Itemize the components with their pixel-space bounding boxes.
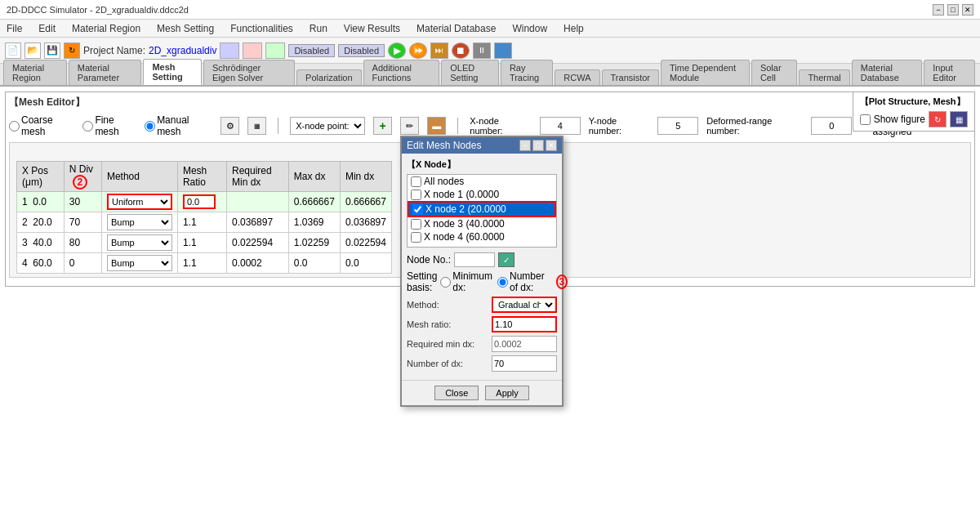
coarse-mesh-radio[interactable]: Coarse mesh xyxy=(9,114,76,137)
tab-solar-cell[interactable]: Solar Cell xyxy=(751,60,797,85)
menu-window[interactable]: Window xyxy=(509,22,550,35)
mesh-ratio-input[interactable] xyxy=(492,316,557,332)
maximize-button[interactable]: □ xyxy=(947,4,959,16)
dialog-maximize-btn[interactable]: □ xyxy=(532,140,544,151)
stop-btn[interactable]: ⏹ xyxy=(452,42,470,59)
num-dx-option[interactable]: Number of dx: xyxy=(497,270,548,293)
disabled-btn-1[interactable]: Disabled xyxy=(288,44,335,57)
refresh-icon[interactable]: ↻ xyxy=(64,42,80,59)
save-icon[interactable]: 💾 xyxy=(44,42,60,59)
node-checkbox-2[interactable] xyxy=(412,204,423,215)
min-dx-radio[interactable] xyxy=(440,277,451,288)
node-checkbox-3[interactable] xyxy=(411,219,421,230)
open-icon[interactable]: 📂 xyxy=(24,42,41,59)
num-dx-radio[interactable] xyxy=(497,277,508,288)
run-play-btn[interactable]: ▶ xyxy=(388,42,406,59)
node-item-4[interactable]: X node 4 (60.0000 xyxy=(408,230,556,243)
tab-additional[interactable]: Additional Functions xyxy=(363,60,440,85)
method-row: Method: Gradual change Uniform Bump xyxy=(407,297,557,313)
min-dx-option[interactable]: Minimum dx: xyxy=(440,270,492,293)
menu-view-results[interactable]: View Results xyxy=(341,22,403,35)
tab-oled[interactable]: OLED Setting xyxy=(441,60,499,85)
menu-help[interactable]: Help xyxy=(560,22,587,35)
delete-node-btn[interactable]: ▬ xyxy=(427,117,446,135)
dialog-close-btn[interactable]: ✕ xyxy=(546,140,557,151)
deformed-input[interactable] xyxy=(811,117,852,135)
title-bar: 2D-DDCC Simulator - 2D_xgradualdiv.ddcc2… xyxy=(0,0,980,20)
edit-node-btn[interactable]: ✏ xyxy=(400,117,419,135)
node-item-3[interactable]: X node 3 (40.0000 xyxy=(408,217,556,230)
node-item-2[interactable]: X node 2 (20.0000 xyxy=(408,201,556,217)
menu-mesh-setting[interactable]: Mesh Setting xyxy=(154,22,217,35)
disabled-btn-2[interactable]: Disabled xyxy=(338,44,385,57)
tab-input-editor[interactable]: Input Editor xyxy=(924,60,975,85)
menu-material-database[interactable]: Material Database xyxy=(413,22,499,35)
apply-button[interactable]: Apply xyxy=(485,386,529,400)
add-node-btn[interactable]: + xyxy=(373,117,392,135)
minimize-button[interactable]: − xyxy=(933,4,944,16)
cell-ndiv: 80 xyxy=(64,233,101,253)
manual-mesh-input[interactable] xyxy=(145,121,155,132)
node-checkbox-4[interactable] xyxy=(411,232,421,243)
tab-ray-tracing[interactable]: Ray Tracing xyxy=(501,60,553,85)
close-button[interactable]: Close xyxy=(434,386,479,400)
dialog-minimize-btn[interactable]: − xyxy=(519,140,531,151)
manual-mesh-radio[interactable]: Manual mesh xyxy=(145,114,212,137)
settings-mesh-btn[interactable]: ⚙ xyxy=(220,117,239,135)
run-fast-btn[interactable]: ⏩ xyxy=(409,42,427,59)
close-button[interactable]: ✕ xyxy=(962,4,973,16)
tab-material-parameter[interactable]: Material Parameter xyxy=(69,60,142,85)
settings-icon[interactable] xyxy=(243,42,262,59)
xnode-number-input[interactable] xyxy=(540,117,581,135)
tab-transistor[interactable]: Transistor xyxy=(602,69,660,85)
refresh-plot-btn[interactable]: ↻ xyxy=(929,111,947,127)
tab-thermal[interactable]: Thermal xyxy=(799,69,849,85)
menu-edit[interactable]: Edit xyxy=(35,22,59,35)
menu-file[interactable]: File xyxy=(3,22,25,35)
xnode-dropdown[interactable]: X-node point: xyxy=(290,117,365,135)
show-figure-checkbox[interactable] xyxy=(860,114,871,125)
fine-mesh-radio[interactable]: Fine mesh xyxy=(82,114,138,137)
tab-polarization[interactable]: Polarization xyxy=(296,69,361,85)
tab-mesh-setting[interactable]: Mesh Setting xyxy=(143,59,202,85)
menu-material-region[interactable]: Material Region xyxy=(69,22,144,35)
new-icon[interactable]: 📄 xyxy=(5,42,21,59)
num-dx-label: Number of dx: xyxy=(407,359,488,368)
cell-ndiv: 0 xyxy=(64,253,101,274)
menu-run[interactable]: Run xyxy=(306,22,331,35)
window-title: 2D-DDCC Simulator - 2D_xgradualdiv.ddcc2… xyxy=(7,5,189,15)
grid-plot-btn[interactable]: ▦ xyxy=(950,111,968,127)
method-select[interactable]: Gradual change Uniform Bump xyxy=(492,297,557,313)
min-dx-option-label: Minimum dx: xyxy=(452,270,492,293)
tab-material-region[interactable]: Material Region xyxy=(3,60,67,85)
node-check-btn[interactable]: ✓ xyxy=(498,252,514,267)
num-dx-input[interactable] xyxy=(492,355,557,372)
method-dropdown-1[interactable]: Uniform Bump Gradual change xyxy=(107,194,172,210)
method-dropdown-2[interactable]: Bump Uniform Gradual change xyxy=(107,214,172,230)
annotation-circle-2: 2 xyxy=(73,175,87,190)
req-min-dx-input[interactable] xyxy=(492,336,557,352)
tab-schrodinger[interactable]: Schrödinger Eigen Solver xyxy=(203,60,295,85)
coarse-mesh-input[interactable] xyxy=(9,121,20,132)
camera-icon[interactable] xyxy=(220,42,239,59)
node-checkbox-1[interactable] xyxy=(411,190,421,200)
ynode-number-input[interactable] xyxy=(657,117,698,135)
grid-mesh-btn[interactable]: ▦ xyxy=(247,117,266,135)
node-no-input[interactable] xyxy=(454,252,495,267)
grid-icon[interactable] xyxy=(265,42,285,59)
cell-maxdx: 1.0369 xyxy=(288,212,340,233)
tab-material-db[interactable]: Material Database xyxy=(852,60,923,85)
menu-functionalities[interactable]: Functionalities xyxy=(227,22,296,35)
pause-btn[interactable]: ⏸ xyxy=(473,42,491,59)
tab-time-dependent[interactable]: Time Dependent Module xyxy=(661,60,750,85)
node-checkbox-all[interactable] xyxy=(411,176,421,187)
fine-mesh-input[interactable] xyxy=(82,121,93,132)
method-dropdown-4[interactable]: Bump Uniform Gradual change xyxy=(107,255,172,271)
chart-icon[interactable] xyxy=(494,42,512,59)
tab-rcwa[interactable]: RCWA xyxy=(555,69,599,85)
method-dropdown-3[interactable]: Bump Uniform Gradual change xyxy=(107,234,172,251)
run-step-btn[interactable]: ⏭ xyxy=(430,42,448,59)
node-item-all[interactable]: All nodes xyxy=(408,175,556,188)
node-item-1[interactable]: X node 1 (0.0000 xyxy=(408,188,556,201)
ratio-input-1[interactable] xyxy=(183,194,216,209)
